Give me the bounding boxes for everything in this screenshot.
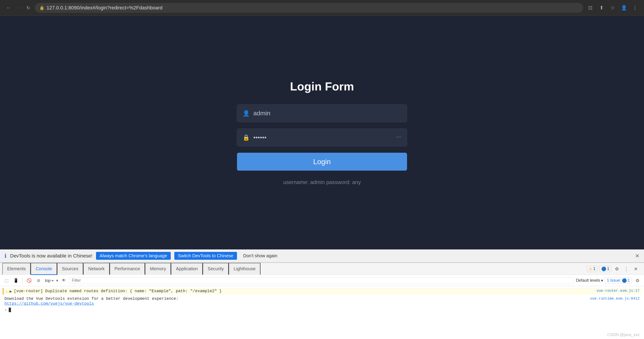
username-field-wrapper: 👤 [237,104,407,122]
device-toolbar-button[interactable]: 📱 [12,277,20,284]
password-field-wrapper: 🔒 〰 [237,129,407,146]
warning-triangle-icon: ⚠ [5,289,8,294]
always-match-language-button[interactable]: Always match Chrome's language [96,252,171,260]
info-source[interactable]: vue.runtime.esm.js:8412 [590,297,640,301]
tab-console[interactable]: Console [31,263,57,275]
cast-icon[interactable]: ⊡ [586,3,595,12]
console-settings-button[interactable]: ⚙ [634,277,641,284]
notification-close-button[interactable]: ✕ [635,253,640,259]
devtools-tab-right: ⚠ 1 🔵 1 ⚙ ⋮ ✕ [584,265,642,273]
devtools-link[interactable]: https://github.com/vuejs/vue-devtools [4,301,640,306]
filter-toggle-button[interactable]: ⊘ [35,277,42,284]
profile-button[interactable]: 👤 [620,3,628,12]
password-input[interactable] [253,134,392,141]
filter-input[interactable] [69,277,574,284]
issue-count-number: 1 [628,278,630,283]
switch-to-chinese-button[interactable]: Switch DevTools to Chinese [174,252,237,260]
dropdown-icon: ▾ [56,278,58,283]
page-content: Login Form 👤 🔒 〰 Login username: admin p… [0,16,644,249]
devtools-tabs: Elements Console Sources Network Perform… [0,263,644,275]
tab-application[interactable]: Application [171,263,203,275]
address-bar[interactable]: 🔒 127.0.0.1:8090/index#/login?redirect=%… [35,3,583,13]
browser-chrome: ← → ↻ 🔒 127.0.0.1:8090/index#/login?redi… [0,0,644,16]
eye-slash-icon[interactable]: 〰 [396,134,402,141]
prompt-icon: › [4,308,7,312]
tab-sources[interactable]: Sources [57,263,83,275]
arrow-icon: ▶ [10,289,12,294]
warning-source[interactable]: vue-router.esm.js:17 [596,289,640,293]
warn-count: 1 [593,266,596,271]
user-icon: 👤 [242,110,250,117]
settings-icon[interactable]: ⚙ [613,265,621,273]
nav-buttons: ← → ↻ [4,4,32,12]
devtools-panel: Elements Console Sources Network Perform… [0,262,644,339]
close-devtools-button[interactable]: ✕ [632,265,640,273]
console-warning-row: ⚠ ▶ [vue-router] Duplicate named routes … [3,288,641,295]
tab-lighthouse[interactable]: Lighthouse [229,263,260,275]
refresh-button[interactable]: ↻ [24,4,32,12]
browser-actions: ⊡ ⬆ ☆ 👤 ⋮ [586,3,640,12]
tab-performance[interactable]: Performance [110,263,145,275]
error-count: 1 [607,266,609,271]
lock-password-icon: 🔒 [242,134,250,141]
warning-badge: ⚠ 1 [587,266,598,272]
context-select[interactable]: top [44,278,54,283]
chevron-down-icon: ▾ [601,278,603,283]
console-info-row: Download the Vue Devtools extension for … [3,295,641,307]
watermark: CSDN @java_xxx [607,332,640,337]
error-badge: 🔵 1 [599,266,611,272]
cursor [9,308,11,312]
info-line1: Download the Vue Devtools extension for … [4,296,178,301]
login-form: 👤 🔒 〰 Login username: admin password: an… [237,104,407,185]
hint-text: username: admin password: any [237,179,407,185]
info-icon: ℹ [4,253,6,259]
notification-message: DevTools is now available in Chinese! [10,253,92,259]
console-toolbar: ⬚ 📱 🚫 ⊘ top ▾ 👁 Default levels ▾ 1 Issue… [0,275,644,286]
devtools-notification-bar: ℹ DevTools is now available in Chinese! … [0,249,644,262]
bookmark-button[interactable]: ☆ [608,3,617,12]
tab-memory[interactable]: Memory [145,263,171,275]
username-input[interactable] [253,110,402,117]
console-output: ⚠ ▶ [vue-router] Duplicate named routes … [0,286,644,331]
more-devtools-button[interactable]: ⋮ [622,265,630,273]
issue-badge[interactable]: 1 Issue: 🔵 1 [605,277,632,284]
lock-icon: 🔒 [40,5,44,10]
dont-show-again-button[interactable]: Don't show again [240,252,280,260]
url-text: 127.0.0.1:8090/index#/login?redirect=%2F… [46,5,162,11]
eye-button[interactable]: 👁 [60,277,68,284]
warn-icon: ⚠ [589,266,592,271]
share-button[interactable]: ⬆ [597,3,606,12]
forward-button[interactable]: → [14,4,22,12]
inspect-element-button[interactable]: ⬚ [3,277,10,284]
tab-network[interactable]: Network [83,263,110,275]
tab-security[interactable]: Security [203,263,229,275]
default-levels-selector[interactable]: Default levels ▾ [576,278,603,283]
console-prompt: › [3,307,641,313]
page-title: Login Form [290,80,354,93]
warning-text: [vue-router] Duplicate named routes defi… [14,289,222,293]
back-button[interactable]: ← [4,4,12,12]
clear-console-button[interactable]: 🚫 [25,277,33,284]
login-button[interactable]: Login [237,153,407,171]
error-badge-icon: 🔵 [622,278,627,283]
tab-elements[interactable]: Elements [2,263,31,275]
error-icon: 🔵 [601,266,606,271]
more-button[interactable]: ⋮ [630,3,640,12]
